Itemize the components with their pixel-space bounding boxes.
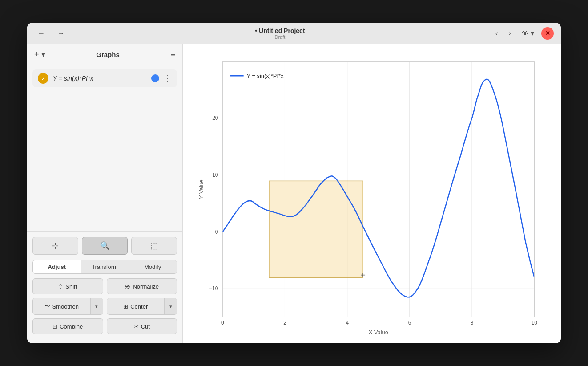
nav-prev-button[interactable]: ‹ [492, 28, 501, 39]
move-icon: ⊹ [52, 241, 59, 251]
normalize-label: Normalize [133, 283, 159, 290]
normalize-button[interactable]: ≋ Normalize [107, 278, 177, 294]
tool-mode-row: ⊹ 🔍 ⬚ [32, 237, 177, 255]
equation-color-swatch[interactable] [151, 74, 159, 82]
equation-row: ✓ Y = sin(x)*PI*x ⋮ [32, 69, 177, 87]
action-row-3: ⊡ Combine ✂ Cut [32, 318, 177, 334]
main-content: + ▾ Graphs ≡ ✓ Y = sin(x)*PI*x ⋮ ⊹ [27, 44, 561, 343]
crosshair-icon: + [360, 270, 366, 280]
center-label: Center [130, 303, 148, 310]
smoothen-icon: 〜 [44, 302, 50, 310]
titlebar: ← → • Untitled Project Draft ‹ › 👁 ▾ ✕ [27, 23, 561, 44]
combine-button[interactable]: ⊡ Combine [32, 318, 103, 334]
x-tick-4: 4 [346, 320, 349, 326]
y-tick-20: 20 [212, 115, 218, 121]
y-tick-0: 0 [215, 229, 218, 235]
shift-icon: ⇧ [58, 283, 63, 290]
sidebar-spacer [27, 92, 182, 231]
y-tick-neg10: −10 [209, 285, 218, 292]
combine-icon: ⊡ [52, 323, 57, 330]
sidebar-menu-button[interactable]: ≡ [170, 50, 175, 59]
y-tick-10: 10 [212, 172, 218, 178]
x-tick-2: 2 [283, 320, 286, 326]
y-axis-label: Y Value [198, 179, 205, 199]
normalize-icon: ≋ [125, 282, 130, 291]
chart-svg: + 0 2 4 6 8 10 20 10 0 −10 X Value Y Val… [192, 53, 552, 334]
forward-button[interactable]: → [54, 28, 68, 39]
zoom-tool-button[interactable]: 🔍 [82, 237, 128, 255]
selection-rect [269, 181, 363, 277]
shift-button[interactable]: ⇧ Shift [32, 278, 103, 294]
sidebar-header-left: + ▾ [34, 49, 45, 59]
smoothen-split: 〜 Smoothen ▾ [32, 298, 103, 315]
sidebar-title: Graphs [96, 51, 120, 58]
back-button[interactable]: ← [34, 28, 48, 39]
move-tool-button[interactable]: ⊹ [32, 237, 78, 255]
titlebar-left: ← → [34, 28, 68, 39]
smoothen-button[interactable]: 〜 Smoothen [33, 298, 90, 314]
chart-area[interactable]: + 0 2 4 6 8 10 20 10 0 −10 X Value Y Val… [183, 44, 561, 343]
nav-next-button[interactable]: › [505, 28, 514, 39]
x-tick-10: 10 [532, 320, 538, 326]
titlebar-center: • Untitled Project Draft [68, 27, 492, 40]
equation-more-button[interactable]: ⋮ [164, 73, 172, 83]
action-row-2: 〜 Smoothen ▾ ⊞ Center ▾ [32, 298, 177, 315]
x-axis-label: X Value [369, 329, 388, 334]
legend-label: Y = sin(x)*PI*x [247, 73, 284, 79]
x-tick-8: 8 [471, 320, 474, 326]
select-icon: ⬚ [150, 241, 158, 251]
combine-label: Combine [60, 323, 83, 330]
smoothen-arrow-button[interactable]: ▾ [90, 298, 103, 314]
cut-button[interactable]: ✂ Cut [107, 318, 177, 334]
select-tool-button[interactable]: ⬚ [131, 237, 177, 255]
tools-area: ⊹ 🔍 ⬚ Adjust Transform Modify [27, 231, 182, 343]
center-arrow-button[interactable]: ▾ [164, 298, 177, 314]
app-window: ← → • Untitled Project Draft ‹ › 👁 ▾ ✕ +… [27, 23, 561, 343]
sidebar-header: + ▾ Graphs ≡ [27, 44, 182, 65]
zoom-icon: 🔍 [100, 241, 110, 251]
cut-label: Cut [141, 323, 150, 330]
x-tick-0: 0 [221, 320, 224, 326]
action-row-1: ⇧ Shift ≋ Normalize [32, 278, 177, 294]
equation-text: Y = sin(x)*PI*x [53, 75, 147, 82]
close-button[interactable]: ✕ [541, 27, 554, 40]
add-graph-button[interactable]: + ▾ [34, 49, 45, 59]
sidebar: + ▾ Graphs ≡ ✓ Y = sin(x)*PI*x ⋮ ⊹ [27, 44, 183, 343]
center-button[interactable]: ⊞ Center [107, 298, 165, 314]
view-button[interactable]: 👁 ▾ [518, 27, 538, 39]
tab-adjust[interactable]: Adjust [33, 260, 81, 273]
center-split: ⊞ Center ▾ [107, 298, 177, 315]
x-tick-6: 6 [408, 320, 411, 326]
center-icon: ⊞ [123, 303, 128, 310]
smoothen-label: Smoothen [52, 303, 79, 310]
window-subtitle: Draft [68, 34, 492, 40]
titlebar-right: ‹ › 👁 ▾ ✕ [492, 27, 554, 40]
shift-label: Shift [65, 283, 77, 290]
tab-transform[interactable]: Transform [81, 260, 129, 273]
tab-modify[interactable]: Modify [129, 260, 177, 273]
tab-row: Adjust Transform Modify [32, 260, 177, 274]
cut-icon: ✂ [134, 323, 139, 330]
window-title: • Untitled Project [68, 27, 492, 34]
equation-check-icon[interactable]: ✓ [38, 73, 48, 84]
